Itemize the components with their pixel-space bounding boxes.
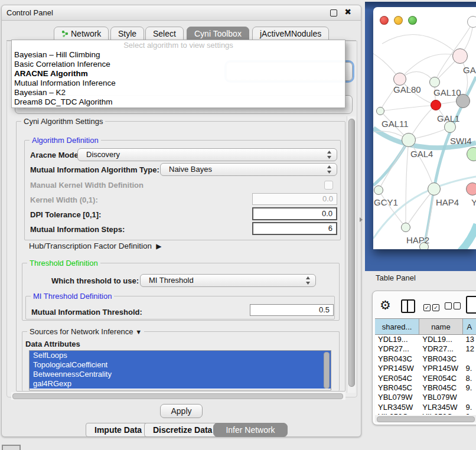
- network-node-gal11[interactable]: [376, 107, 384, 115]
- table-cell[interactable]: [462, 393, 476, 402]
- table-cell[interactable]: YBR045C: [375, 383, 419, 393]
- tab-jactivemnodules[interactable]: jActiveMNodules: [252, 27, 329, 41]
- table-row[interactable]: YDL19...YDL19...13: [375, 335, 476, 344]
- mi-threshold-input[interactable]: 0.5: [250, 304, 334, 316]
- table-row[interactable]: YPR145WYPR145W9.: [375, 364, 476, 373]
- table-cell[interactable]: YPR145W: [419, 364, 462, 373]
- table-cell[interactable]: YDL19...: [419, 335, 462, 344]
- table-cell[interactable]: 8.: [462, 374, 476, 383]
- mi-type-value: Naive Bayes: [169, 164, 212, 175]
- table-cell[interactable]: YBR043C: [419, 354, 462, 364]
- settings-vertical-scrollbar[interactable]: [347, 116, 356, 393]
- network-node-hap2[interactable]: [401, 223, 410, 232]
- network-node-gcy1[interactable]: [374, 185, 383, 195]
- network-node[interactable]: [467, 16, 476, 28]
- table-cell[interactable]: YDR27...: [375, 344, 419, 354]
- attribute-list-item[interactable]: gal4RGexp: [30, 379, 331, 389]
- hub-definition-toggle[interactable]: Hub/Transcription Factor Definition ▶: [29, 242, 161, 250]
- tab-discretize-data[interactable]: Discretize Data: [144, 423, 221, 437]
- columns-icon[interactable]: [401, 299, 415, 313]
- algorithm-option[interactable]: ARACNE Algorithm: [12, 69, 345, 79]
- table-cell[interactable]: YPR145W: [375, 364, 419, 373]
- chevron-down-icon[interactable]: ▼: [135, 328, 142, 335]
- algorithm-option[interactable]: Mutual Information Inference: [12, 79, 345, 88]
- which-threshold-select[interactable]: MI Threshold: [140, 274, 316, 287]
- algorithm-option[interactable]: Dream8 DC_TDC Algorithm: [12, 97, 345, 107]
- column-header[interactable]: A: [463, 319, 476, 334]
- table-cell[interactable]: 9.: [462, 364, 476, 373]
- table-cell[interactable]: 9.: [462, 403, 476, 412]
- minimized-panel-icon[interactable]: [2, 445, 21, 450]
- mi-steps-input[interactable]: 6: [252, 222, 337, 235]
- algorithm-option[interactable]: Bayesian – K2: [12, 88, 345, 97]
- table-cell[interactable]: YBR045C: [419, 383, 462, 393]
- aracne-mode-select[interactable]: Discovery: [77, 148, 337, 161]
- table-cell[interactable]: YLR345W: [419, 403, 462, 412]
- table-cell[interactable]: YER054C: [375, 374, 419, 383]
- attribute-list-item[interactable]: SelfLoops: [30, 351, 331, 360]
- tab-cyni-toolbox[interactable]: Cyni Toolbox: [187, 27, 249, 41]
- table-cell[interactable]: YLR345W: [375, 403, 419, 412]
- table-row[interactable]: YER054CYER054C8.: [375, 374, 476, 383]
- table-header-row[interactable]: shared...nameA: [375, 319, 476, 335]
- close-icon[interactable]: ✖: [344, 7, 351, 17]
- splitter-collapse-icon[interactable]: [360, 217, 363, 222]
- network-node-gal4[interactable]: [402, 133, 416, 147]
- network-node-gal80[interactable]: [393, 73, 406, 86]
- attribute-list-item[interactable]: TopologicalCoefficient: [30, 360, 331, 370]
- tab-select[interactable]: Select: [145, 27, 184, 41]
- table-cell[interactable]: 12: [462, 344, 476, 354]
- control-panel-titlebar[interactable]: Control Panel ✖: [2, 5, 361, 21]
- table-row[interactable]: YIL053CYIL053C9: [375, 412, 476, 415]
- table-cell[interactable]: 9.: [462, 383, 476, 393]
- table-row[interactable]: YDR27...YDR27...12: [375, 344, 476, 354]
- scrollbar-thumb[interactable]: [348, 119, 355, 387]
- node-label: GAL10: [433, 87, 461, 97]
- table-cell[interactable]: YBL079W: [419, 393, 462, 402]
- table-cell[interactable]: YDL19...: [375, 335, 419, 344]
- table-cell[interactable]: YBR043C: [375, 354, 419, 364]
- tab-impute-data[interactable]: Impute Data: [86, 423, 151, 437]
- mi-type-select[interactable]: Naive Bayes: [160, 163, 337, 176]
- attribute-list-item[interactable]: BetweennessCentrality: [30, 370, 331, 379]
- network-node-pink[interactable]: [466, 182, 476, 195]
- algorithm-option[interactable]: Basic Correlation Inference: [12, 60, 345, 69]
- apply-button[interactable]: Apply: [160, 404, 203, 418]
- gear-icon[interactable]: ⚙: [380, 298, 391, 312]
- scrollbar-thumb[interactable]: [377, 416, 475, 422]
- network-node-selected-red[interactable]: [431, 100, 441, 110]
- table-cell[interactable]: YIL053C: [375, 412, 419, 415]
- table-row[interactable]: YLR345WYLR345W9.: [375, 403, 476, 412]
- tab-infer-network[interactable]: Infer Network: [213, 423, 288, 437]
- table-cell[interactable]: 9: [462, 412, 476, 415]
- network-node-gal10[interactable]: [429, 77, 440, 87]
- table-cell[interactable]: [462, 354, 476, 364]
- scrollbar-thumb[interactable]: [12, 393, 343, 399]
- network-view-window[interactable]: GAL GAL80 GAL10 GAL1 GAL11 SWI4 GAL4 GCY…: [373, 7, 476, 249]
- table-row[interactable]: YBR043CYBR043C: [375, 354, 476, 364]
- select-all-icon[interactable]: ✓✓: [423, 302, 439, 311]
- column-header[interactable]: name: [419, 319, 462, 334]
- table-cell[interactable]: YER054C: [419, 374, 462, 383]
- dpi-tolerance-input[interactable]: 0.0: [252, 207, 337, 220]
- table-cell[interactable]: 13: [462, 335, 476, 344]
- table-row[interactable]: YBR045CYBR045C9.: [375, 383, 476, 393]
- column-header[interactable]: shared...: [375, 319, 419, 334]
- export-table-icon[interactable]: [466, 296, 476, 314]
- list-scrollbar[interactable]: [324, 352, 330, 389]
- settings-horizontal-scrollbar[interactable]: [11, 392, 345, 400]
- float-window-icon[interactable]: [330, 9, 337, 17]
- tab-style[interactable]: Style: [110, 27, 144, 41]
- manual-kernel-checkbox[interactable]: [324, 181, 333, 190]
- table-row[interactable]: YBL079WYBL079W: [375, 393, 476, 402]
- table-cell[interactable]: YBL079W: [375, 393, 419, 402]
- table-cell[interactable]: YIL053C: [419, 412, 462, 415]
- data-attributes-list[interactable]: SelfLoopsTopologicalCoefficientBetweenne…: [29, 350, 331, 390]
- table-horizontal-scrollbar[interactable]: [375, 415, 476, 422]
- algorithm-option[interactable]: Bayesian – Hill Climbing: [12, 50, 345, 60]
- tab-network[interactable]: Network: [54, 27, 109, 41]
- network-node[interactable]: [452, 48, 468, 64]
- table-cell[interactable]: YDR27...: [419, 344, 462, 354]
- deselect-all-icon[interactable]: [445, 302, 461, 311]
- network-node-hap4[interactable]: [428, 182, 441, 195]
